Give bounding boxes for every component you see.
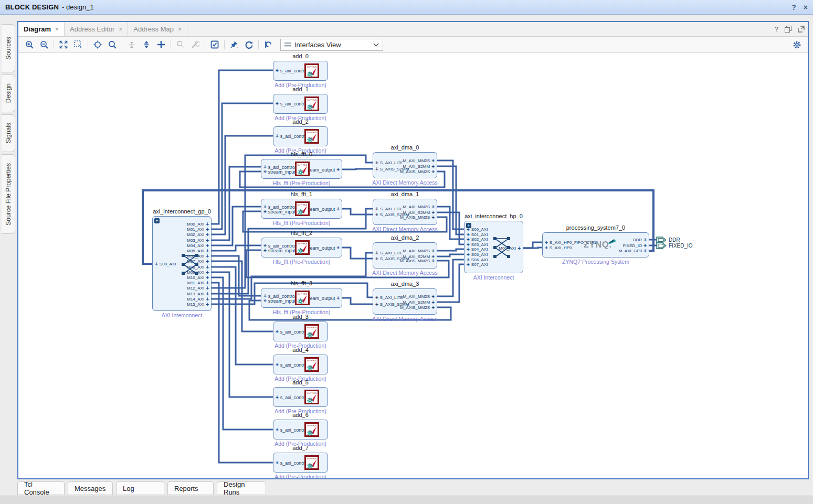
tab-design-runs[interactable]: Design Runs [217, 481, 266, 495]
port-m_axi_mm2s[interactable]: M_AXI_MM2S+ [403, 158, 435, 163]
diagram-canvas[interactable]: +s_axi_control Viv™ HLS add_0Add (Pre-Pr… [18, 53, 808, 478]
sidebar-item-signals[interactable]: Signals [2, 114, 15, 152]
port-s_axi_lite[interactable]: +S_AXI_LITE [375, 251, 403, 255]
expand-port-icon[interactable]: + [643, 249, 647, 253]
help-icon[interactable]: ? [791, 3, 796, 12]
port-s_axi_control[interactable]: +s_axi_control [276, 329, 308, 335]
regenerate-layout-button[interactable] [242, 38, 256, 51]
expand-port-icon[interactable]: + [545, 240, 548, 245]
port-m_axi_s2mm[interactable]: M_AXI_S2MM+ [403, 300, 435, 305]
port-m_axi_gp0[interactable]: M_AXI_GP0+ [619, 249, 647, 253]
port-stream_output[interactable]: stream_output+ [305, 296, 340, 301]
close-icon[interactable]: × [804, 3, 808, 12]
expand-port-icon[interactable]: + [206, 281, 209, 285]
autofit-button[interactable] [91, 38, 104, 51]
expand-port-icon[interactable]: + [467, 247, 470, 252]
copy-button[interactable] [174, 38, 187, 51]
tab-tcl-console[interactable]: Tcl Console [17, 481, 65, 495]
customize-button[interactable] [188, 38, 202, 51]
wire[interactable] [342, 298, 373, 304]
expand-port-icon[interactable]: + [336, 207, 340, 212]
expand-port-icon[interactable]: + [643, 238, 647, 242]
expand-port-icon[interactable]: + [431, 259, 435, 263]
external-port-fixed_io[interactable] [656, 242, 667, 249]
panel-help-icon[interactable]: ? [772, 22, 782, 36]
sidebar-item-source-file-properties[interactable]: Source File Properties [2, 154, 15, 234]
expand-port-icon[interactable]: + [276, 460, 279, 466]
port-m14_axi[interactable]: M14_AXI+ [187, 297, 209, 302]
port-m_axi_s2mm[interactable]: M_AXI_S2MM+ [403, 210, 435, 215]
block-hls_fft_3[interactable]: +s_axi_control+stream_inputstream_output… [261, 288, 342, 308]
expand-block-icon[interactable]: + [466, 223, 471, 228]
zoom-out-button[interactable] [37, 38, 51, 51]
expand-port-icon[interactable]: + [276, 68, 279, 73]
expand-port-icon[interactable]: + [336, 167, 340, 173]
port-m04_axi[interactable]: M04_AXI+ [187, 243, 209, 248]
port-ddr[interactable]: DDR+ [633, 238, 647, 242]
settings-button[interactable] [790, 38, 804, 51]
expand-port-icon[interactable]: + [206, 254, 209, 259]
zoom-selection-button[interactable] [71, 38, 85, 51]
port-m02_axi[interactable]: M02_AXI+ [187, 232, 209, 237]
port-fixed_io[interactable]: FIXED_IO+ [623, 243, 647, 248]
port-m03_axi[interactable]: M03_AXI+ [187, 238, 209, 243]
block-processing_system7_0[interactable]: +S_AXI_HP0_FIFO_CTRL+S_AXI_HP0DDR+FIXED_… [542, 232, 649, 258]
expand-port-icon[interactable]: + [431, 164, 435, 169]
search-button[interactable] [105, 38, 119, 51]
expand-port-icon[interactable]: + [375, 295, 378, 300]
block-hls_fft_2[interactable]: +s_axi_control+stream_inputstream_output… [261, 238, 342, 258]
expand-port-icon[interactable]: + [375, 302, 378, 307]
expand-port-icon[interactable]: + [467, 237, 470, 242]
expand-port-icon[interactable]: + [431, 205, 435, 209]
port-m_axis_mm2s[interactable]: M_AXIS_MM2S+ [400, 169, 435, 174]
port-s_axi_control[interactable]: +s_axi_control [276, 427, 308, 433]
expand-port-icon[interactable]: + [206, 286, 209, 291]
expand-port-icon[interactable]: + [206, 238, 209, 243]
expand-port-icon[interactable]: + [206, 249, 209, 253]
expand-port-icon[interactable]: + [206, 275, 209, 280]
tab-close-icon[interactable]: × [55, 26, 59, 33]
expand-port-icon[interactable]: + [518, 246, 521, 251]
validate-design-button[interactable] [208, 38, 221, 51]
port-m_axi_mm2s[interactable]: M_AXI_MM2S+ [403, 205, 435, 209]
wire[interactable] [342, 169, 373, 169]
pin-button[interactable] [227, 38, 241, 51]
block-axi_dma_3[interactable]: +S_AXI_LITE+S_AXIS_S2MMM_AXI_MM2S+M_AXI_… [373, 288, 437, 315]
block-add_7[interactable]: +s_axi_control Viv™ HLS [273, 453, 328, 473]
block-axi_dma_0[interactable]: +S_AXI_LITE+S_AXIS_S2MMM_AXI_MM2S+M_AXI_… [373, 152, 437, 178]
expand-port-icon[interactable]: + [263, 209, 267, 215]
port-m_axi_mm2s[interactable]: M_AXI_MM2S+ [403, 294, 435, 299]
expand-port-icon[interactable]: + [155, 262, 158, 266]
port-s01_axi[interactable]: +S01_AXI [467, 232, 488, 237]
expand-port-icon[interactable]: + [336, 296, 340, 301]
expand-port-icon[interactable]: + [467, 262, 470, 267]
expand-port-icon[interactable]: + [375, 212, 378, 217]
port-stream_output[interactable]: stream_output+ [305, 167, 340, 173]
expand-port-icon[interactable]: + [431, 294, 435, 299]
port-s_axi_control[interactable]: +s_axi_control [276, 101, 308, 106]
port-s_axi_control[interactable]: +s_axi_control [276, 134, 308, 139]
port-stream_output[interactable]: stream_output+ [305, 245, 340, 251]
expand-port-icon[interactable]: + [206, 232, 209, 237]
tab-close-icon[interactable]: × [178, 26, 182, 33]
port-m_axis_mm2s[interactable]: M_AXIS_MM2S+ [400, 259, 435, 263]
port-s05_axi[interactable]: +S05_AXI [467, 252, 488, 257]
port-s_axi_lite[interactable]: +S_AXI_LITE [375, 160, 403, 165]
expand-port-icon[interactable]: + [263, 298, 267, 304]
port-s02_axi[interactable]: +S02_AXI [467, 237, 488, 242]
collapse-button[interactable] [125, 38, 139, 51]
expand-port-icon[interactable]: + [545, 245, 548, 250]
expand-port-icon[interactable]: + [431, 249, 435, 253]
expand-port-icon[interactable]: + [431, 305, 435, 310]
expand-port-icon[interactable]: + [336, 245, 340, 251]
expand-port-icon[interactable]: + [276, 427, 279, 433]
expand-port-icon[interactable]: + [431, 158, 435, 163]
port-s_axi_control[interactable]: +s_axi_control [276, 362, 308, 368]
sidebar-item-design[interactable]: Design [2, 74, 15, 112]
port-m10_axi[interactable]: M10_AXI+ [187, 275, 209, 280]
block-add_4[interactable]: +s_axi_control Viv™ HLS [273, 355, 328, 374]
expand-port-icon[interactable]: + [375, 256, 378, 261]
expand-port-icon[interactable]: + [431, 169, 435, 174]
tab-reports[interactable]: Reports [167, 481, 214, 495]
block-axi_interconnect_gp_0[interactable]: +S00_AXIM00_AXI+M01_AXI+M02_AXI+M03_AXI+… [152, 216, 212, 311]
